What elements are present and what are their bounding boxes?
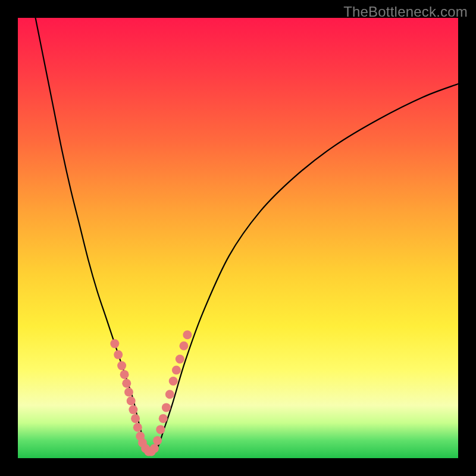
marker-dot [169, 377, 178, 386]
marker-dot [153, 436, 162, 445]
marker-dot [131, 414, 140, 423]
marker-dot [159, 414, 168, 423]
marker-dot [129, 405, 137, 414]
curve-layer [18, 18, 458, 458]
marker-dot [120, 370, 129, 379]
marker-dot [122, 379, 131, 388]
marker-dot [162, 403, 171, 412]
marker-dot [127, 396, 136, 405]
bottleneck-curve [36, 18, 458, 452]
marker-dot [110, 339, 119, 348]
marker-dot [150, 444, 159, 453]
marker-dot [133, 423, 142, 432]
marker-dot [156, 425, 165, 434]
marker-dot [165, 390, 174, 399]
marker-dot [172, 366, 181, 375]
plot-area [18, 18, 458, 458]
marker-dots [110, 330, 192, 456]
marker-dot [124, 388, 133, 397]
marker-dot [176, 355, 184, 364]
chart-frame: TheBottleneck.com [0, 0, 476, 476]
marker-dot [117, 361, 126, 370]
marker-dot [183, 330, 192, 339]
marker-dot [114, 350, 123, 359]
marker-dot [179, 342, 188, 350]
